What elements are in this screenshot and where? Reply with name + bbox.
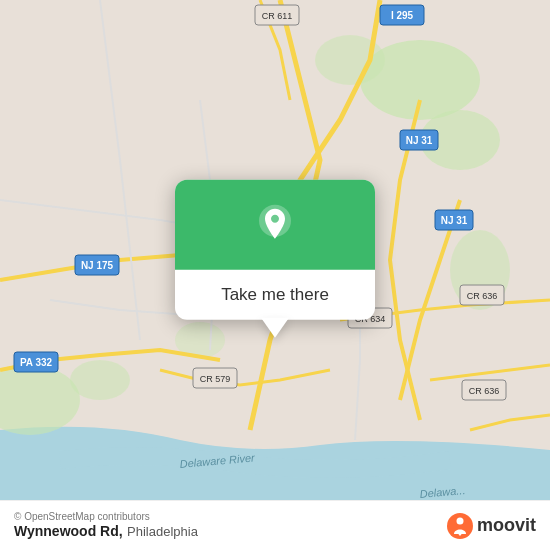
copyright-text: © OpenStreetMap contributors [14,511,198,522]
location-info: Wynnewood Rd, Philadelphia [14,522,198,540]
bottom-left-info: © OpenStreetMap contributors Wynnewood R… [14,511,198,540]
bottom-bar: © OpenStreetMap contributors Wynnewood R… [0,500,550,550]
svg-text:NJ 31: NJ 31 [406,135,433,146]
svg-text:NJ 175: NJ 175 [81,260,114,271]
location-name: Wynnewood Rd, [14,523,123,539]
moovit-text: moovit [477,515,536,536]
moovit-icon [446,512,474,540]
location-city: Philadelphia [127,524,198,539]
popup-pointer [261,318,289,338]
svg-text:CR 636: CR 636 [467,291,498,301]
svg-text:CR 636: CR 636 [469,386,500,396]
location-pin-icon [251,201,299,249]
svg-text:PA 332: PA 332 [20,357,53,368]
popup-card[interactable]: Take me there [175,180,375,320]
svg-text:NJ 31: NJ 31 [441,215,468,226]
map-container: I 295 NJ 31 NJ 31 NJ 175 CR 611 CR 579 C… [0,0,550,550]
svg-text:CR 579: CR 579 [200,374,231,384]
take-me-there-button[interactable]: Take me there [175,270,375,320]
moovit-logo: moovit [446,512,536,540]
svg-point-33 [456,517,463,524]
svg-point-6 [70,360,130,400]
svg-text:CR 611: CR 611 [262,11,293,21]
popup-green-area [175,180,375,270]
svg-text:I 295: I 295 [391,10,414,21]
